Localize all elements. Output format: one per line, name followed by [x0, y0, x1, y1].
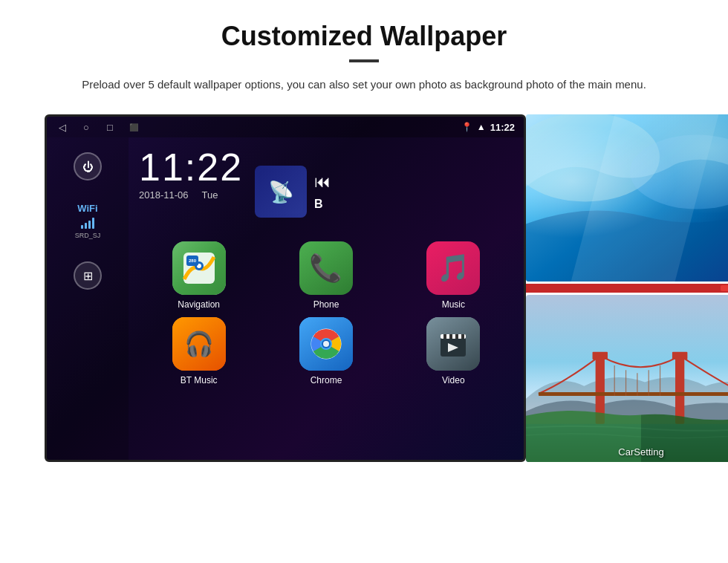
apps-grid-button[interactable]: ⊞ [74, 261, 102, 290]
title-divider [349, 59, 379, 62]
media-controls: ⏮ B [314, 172, 331, 211]
app-grid: 280 Navigation 📞 Phone [139, 241, 513, 385]
wifi-bars [75, 217, 101, 229]
divider-panel [526, 284, 728, 293]
main-area: 11:22 2018-11-06 Tue 📡 [129, 137, 524, 460]
app-item-phone[interactable]: 📞 Phone [266, 241, 386, 310]
sidebar: ⏻ WiFi SRD_SJ ⊞ [47, 137, 129, 460]
svg-point-19 [630, 135, 728, 209]
svg-point-18 [526, 114, 660, 202]
android-screen: ◁ ○ □ ⬛ 📍 ▲ 11:22 ⏻ [45, 114, 526, 462]
svg-rect-26 [539, 392, 728, 396]
chrome-icon [299, 317, 353, 371]
chrome-label: Chrome [311, 375, 342, 385]
svg-rect-17 [526, 114, 728, 282]
wallpaper-panel-ice[interactable] [526, 114, 728, 282]
app-item-navigation[interactable]: 280 Navigation [139, 241, 259, 310]
media-icon[interactable]: 📡 [255, 166, 307, 218]
wifi-ssid: SRD_SJ [75, 232, 101, 239]
svg-rect-12 [443, 334, 446, 339]
phone-label: Phone [313, 299, 339, 310]
svg-rect-23 [675, 356, 684, 424]
navigation-label: Navigation [178, 299, 220, 310]
screen-body: ⏻ WiFi SRD_SJ ⊞ [47, 137, 524, 460]
phone-icon: 📞 [299, 241, 353, 295]
svg-rect-14 [455, 334, 458, 339]
page-title: Customized Wallpaper [45, 21, 683, 52]
device-container: ◁ ○ □ ⬛ 📍 ▲ 11:22 ⏻ [45, 114, 683, 462]
wallpaper-panel-bridge[interactable]: CarSetting [526, 295, 728, 462]
car-setting-label: CarSetting [526, 446, 728, 458]
radio-tower-icon: 📡 [268, 180, 294, 204]
nav-screenshot-icon[interactable]: ⬛ [127, 120, 140, 134]
nav-home-icon[interactable]: ○ [79, 120, 93, 134]
svg-rect-15 [461, 334, 464, 339]
status-bar-left: ◁ ○ □ ⬛ [56, 120, 140, 134]
power-button[interactable]: ⏻ [74, 152, 102, 180]
wifi-label: WiFi [75, 203, 101, 214]
clock-date-value: 2018-11-06 [139, 189, 189, 201]
app-item-music[interactable]: 🎵 Music [394, 241, 513, 310]
navigation-icon: 280 [172, 241, 226, 295]
nav-recent-icon[interactable]: □ [103, 120, 117, 134]
music-icon: 🎵 [426, 241, 480, 295]
wifi-widget[interactable]: WiFi SRD_SJ [75, 203, 101, 239]
music-label: Music [442, 299, 465, 310]
bluetooth-icon: B [314, 198, 331, 211]
svg-point-9 [323, 341, 329, 347]
media-widget: 📡 ⏮ B [255, 166, 331, 218]
app-item-bt-music[interactable]: 🎧 BT Music [139, 317, 259, 385]
svg-text:280: 280 [189, 258, 197, 263]
clock-day-value: Tue [202, 189, 218, 201]
status-time: 11:22 [490, 122, 515, 133]
bt-music-label: BT Music [181, 375, 218, 385]
status-bar: ◁ ○ □ ⬛ 📍 ▲ 11:22 [47, 117, 524, 137]
video-icon [426, 317, 480, 371]
nav-back-icon[interactable]: ◁ [56, 120, 69, 134]
video-label: Video [442, 375, 464, 385]
grid-icon: ⊞ [83, 269, 93, 283]
svg-rect-13 [449, 334, 452, 339]
bt-music-icon: 🎧 [172, 317, 226, 371]
power-icon: ⏻ [82, 160, 94, 173]
page-subtitle: Preload over 5 default wallpaper options… [45, 76, 683, 94]
status-bar-right: 📍 ▲ 11:22 [461, 122, 515, 133]
wallpaper-panels: CarSetting [526, 114, 728, 462]
location-icon: 📍 [461, 122, 472, 132]
prev-track-icon[interactable]: ⏮ [314, 172, 331, 192]
app-item-video[interactable]: Video [394, 317, 513, 385]
app-item-chrome[interactable]: Chrome [266, 317, 386, 385]
wifi-signal-icon: ▲ [477, 122, 486, 132]
